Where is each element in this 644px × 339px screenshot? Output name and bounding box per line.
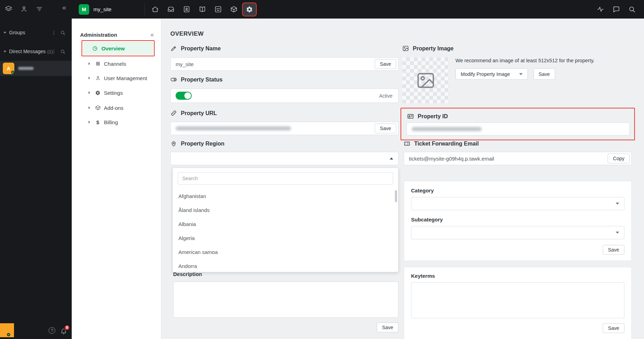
rail-top-icons: « <box>0 0 72 19</box>
chevron-down-icon <box>3 51 6 52</box>
sidebar-item-billing[interactable]: $ Billing <box>72 117 161 127</box>
property-region-label: Property Region <box>170 140 224 147</box>
add-ons-icon <box>95 105 101 111</box>
keyterms-textarea[interactable] <box>411 282 624 318</box>
description-textarea[interactable] <box>173 282 398 318</box>
property-status-card: Active <box>170 89 398 103</box>
groups-search-icon[interactable] <box>60 30 65 35</box>
groups-kebab-icon[interactable]: ⋮ <box>51 30 56 35</box>
region-option[interactable]: Afghanistan <box>173 189 398 203</box>
category-card: Category Subcategory Save <box>404 181 632 261</box>
property-url-redacted <box>176 126 291 130</box>
sidebar-item-overview[interactable]: Overview <box>83 42 153 55</box>
chevron-up-icon <box>390 157 393 160</box>
sidebar-item-channels[interactable]: Channels <box>72 58 161 69</box>
link-icon <box>170 110 177 116</box>
property-id-redacted <box>412 127 482 131</box>
annotation-box-overview: Overview <box>82 40 155 56</box>
ticket-email-label: Ticket Forwarding Email <box>404 140 479 147</box>
inbox-icon[interactable] <box>167 6 175 13</box>
save-button[interactable]: Save <box>603 245 624 255</box>
contacts-icon[interactable] <box>183 6 190 13</box>
groups-section-header[interactable]: Groups ⋮ <box>0 28 72 37</box>
region-option[interactable]: Algeria <box>173 231 398 245</box>
region-option[interactable]: Åland islands <box>173 203 398 217</box>
sidebar-item-user-management[interactable]: User Management <box>72 73 161 83</box>
property-image-placeholder <box>402 57 449 103</box>
property-url-field[interactable]: Save <box>170 122 398 135</box>
save-button[interactable]: Save <box>533 68 555 80</box>
sidebar-item-add-ons[interactable]: Add-ons <box>72 103 161 113</box>
property-status-label: Property Status <box>170 76 222 83</box>
copy-button[interactable]: Copy <box>608 154 630 163</box>
main-content: OVERVIEW Property Name my_site Save Prop… <box>161 19 644 339</box>
location-pin-icon <box>170 140 177 147</box>
property-id-field[interactable] <box>406 122 630 135</box>
notification-badge: 9 <box>64 325 70 331</box>
admin-sidebar-title: Administration <box>80 32 117 38</box>
dm-search-icon[interactable] <box>60 49 65 54</box>
top-bar: M my_site <box>72 0 644 19</box>
modify-property-image-button[interactable]: Modify Property Image <box>455 68 528 80</box>
sidebar-item-label: Overview <box>101 45 125 51</box>
sidebar-item-label: User Management <box>104 75 147 81</box>
status-value: Active <box>379 93 392 99</box>
chevron-right-icon <box>89 121 90 123</box>
image-hint-text: We recommend an image of at least 512x51… <box>455 58 623 63</box>
filter-icon[interactable] <box>36 5 43 13</box>
property-image-label: Property Image <box>402 45 453 52</box>
site-switcher[interactable]: M my_site <box>79 0 112 19</box>
chevron-right-icon <box>89 62 90 65</box>
groups-label: Groups <box>9 30 25 35</box>
subcategory-label: Subcategory <box>411 217 624 223</box>
subcategory-select[interactable] <box>411 226 624 239</box>
messages-icon[interactable] <box>613 6 620 13</box>
region-option[interactable]: Albania <box>173 217 398 231</box>
user-management-icon <box>95 75 101 81</box>
keyterms-label: Keyterms <box>411 273 624 279</box>
help-icon[interactable]: ? <box>49 327 55 334</box>
home-icon[interactable] <box>151 6 159 13</box>
chevron-down-icon <box>616 232 619 234</box>
people-icon[interactable] <box>20 5 28 13</box>
settings-gear-active[interactable] <box>242 2 257 16</box>
ticket-icon <box>404 140 410 147</box>
knowledge-base-icon[interactable] <box>199 6 206 13</box>
save-button[interactable]: Save <box>375 59 396 69</box>
groups-stack-icon[interactable] <box>5 5 12 13</box>
dm-conversation-item[interactable]: A <box>0 61 72 76</box>
save-button[interactable]: Save <box>375 123 396 133</box>
apps-icon[interactable] <box>230 6 238 13</box>
site-name: my_site <box>93 6 112 12</box>
direct-messages-header[interactable]: Direct Messages (1) ⋮ <box>0 47 72 56</box>
region-search-input[interactable] <box>178 172 393 185</box>
region-option[interactable]: Andorra <box>173 259 398 272</box>
rail-collapse-icon[interactable]: « <box>62 3 66 12</box>
billing-icon: $ <box>95 119 101 125</box>
dm-kebab-icon[interactable]: ⋮ <box>51 49 56 54</box>
save-button[interactable]: Save <box>377 323 398 332</box>
save-button[interactable]: Save <box>603 323 624 333</box>
channels-icon <box>95 61 101 66</box>
sidebar-item-settings[interactable]: Settings <box>72 87 161 98</box>
id-card-icon <box>407 113 414 120</box>
region-dropdown: Afghanistan Åland islands Albania Algeri… <box>172 168 398 272</box>
chatbot-icon[interactable] <box>214 6 222 13</box>
dm-label: Direct Messages <box>9 49 45 54</box>
status-toggle[interactable] <box>176 92 192 100</box>
keyterms-card: Keyterms Save <box>404 267 632 339</box>
sidebar-item-label: Add-ons <box>104 105 123 111</box>
search-icon[interactable] <box>628 6 636 13</box>
notifications-bell-icon[interactable]: 9 <box>60 327 67 334</box>
gear-icon <box>246 6 253 13</box>
sidebar-collapse-icon[interactable]: « <box>150 31 154 38</box>
ticket-email-value: tickets@mysite-g09h4q.p.tawk.email <box>409 156 608 162</box>
category-select[interactable] <box>411 197 624 210</box>
overview-icon <box>92 45 98 51</box>
region-option[interactable]: American samoa <box>173 245 398 259</box>
chevron-down-icon <box>519 73 523 75</box>
activity-pulse-icon[interactable] <box>597 6 604 13</box>
property-region-select[interactable] <box>170 152 398 165</box>
scrollbar-thumb[interactable] <box>395 190 397 202</box>
property-name-value[interactable]: my_site <box>176 61 375 67</box>
